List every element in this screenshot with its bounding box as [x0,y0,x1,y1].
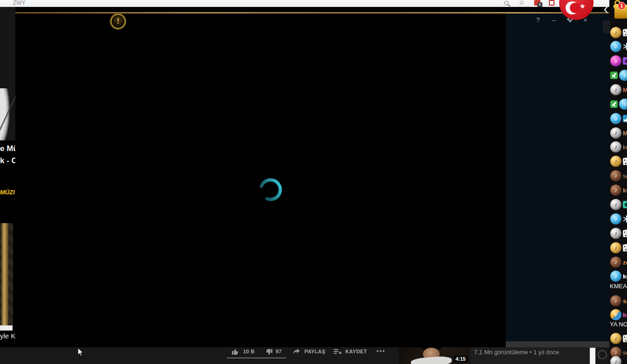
chat-username[interactable]: ku [623,187,627,194]
video-thumbnail-fragment-2 [0,223,13,325]
scrollbar[interactable] [590,348,595,364]
chat-row: ♪ke [610,141,627,152]
chat-row: ♪Ma [610,127,627,139]
chat-username[interactable]: ke [623,273,627,280]
help-button[interactable]: ? [535,16,541,24]
snowflake-icon [623,43,627,50]
chevron-left-icon[interactable] [604,6,608,14]
notice-coin-icon[interactable]: ! [111,14,125,29]
chat-username[interactable]: se [623,172,627,179]
chat-avatar-silver: ♪ [610,356,621,364]
chat-avatar-brown: ♪ [610,295,621,306]
chat-row: ♪ku [610,185,627,196]
gift-badge-count: 1 [618,2,626,10]
chat-avatar-gold: ♪ [610,156,621,167]
chat-username[interactable]: Me [623,86,627,93]
youtube-bottom-strip: 10 B 97 PAYLAŞ KAYDET ••• 4:15 7,1 Mn gö… [0,347,609,364]
chat-avatar-blue: ♪ [610,113,621,124]
thumbnail-edge-fragment [0,325,13,331]
instrument-image-fragment [1,223,8,325]
chat-avatar-silver: ♪ [610,84,621,95]
extension-outline-icon[interactable] [549,0,554,6]
chat-avatar-pink: ♪ [610,55,621,66]
overlay-side-panel [506,13,609,347]
share-button[interactable]: PAYLAŞ [304,349,325,354]
snowflake-icon [623,215,627,223]
dislike-count[interactable]: 97 [276,349,282,354]
page-fragment-dark [0,7,15,88]
like-count[interactable]: 10 B [243,349,255,354]
chat-avatar-gold: ♪ [610,27,621,38]
like-icon[interactable] [231,348,239,355]
channel-badge-fragment: MÜZI [0,189,15,196]
chat-row: ♪ [610,99,627,110]
dislike-icon[interactable] [265,349,273,356]
loading-spinner [257,177,284,203]
extension-badge: 6 [537,2,542,7]
chat-row: ♪ [610,199,627,210]
chat-row: ♪zey [610,257,627,268]
chat-row: ♪be [610,309,627,320]
chat-row: ♪ [610,113,627,124]
purple-gem-icon [623,57,627,65]
chat-avatar-blue: ♪ [619,99,627,110]
chat-message: KMEAL [610,283,627,290]
save-button[interactable]: KAYDET [345,349,367,354]
gift-icon[interactable]: 1 [614,0,627,20]
chat-avatar-brown: ♪ [610,185,621,196]
chat-username[interactable]: zey [623,259,627,266]
share-icon[interactable] [293,348,301,355]
chat-avatar-blue: ♪ [610,41,621,52]
bookmark-star-icon[interactable]: ☆ [519,0,525,6]
mouse-cursor [77,348,83,357]
chat-avatar-gold: ♪ [610,242,621,253]
chat-avatar-brown: ♪ [610,170,621,181]
chat-avatar-silver: ♪ [610,127,621,139]
overlay-panel-bottom-bar [506,341,609,347]
chat-username[interactable]: se [623,349,627,356]
chat-username[interactable]: be [623,311,627,318]
chat-row: ♪ [610,27,627,38]
video-thumbnail-fragment [0,88,15,140]
chat-avatar-orange-blue: ♪ [610,309,621,320]
save-playlist-icon[interactable] [334,349,342,355]
search-icon[interactable] [504,1,508,5]
chat-row: ♪ [610,70,627,81]
browser-tab-title: ZWY [13,0,26,6]
chat-message: YA NO [610,321,627,328]
view-count-text: 7,1 Mn görüntüleme • 1 yıl önce [474,349,559,356]
game-overlay-window: ! ? – × [15,12,609,347]
chat-row: ♪ke [610,271,627,282]
dice-icon [623,157,627,165]
partial-avatar [598,350,607,359]
collapse-box [603,20,610,33]
chat-username[interactable]: Ma [623,130,627,137]
green-sword-icon [610,72,618,79]
chat-avatar-silver: ♪ [610,228,621,239]
chat-avatar-brown: ♪ [610,257,621,268]
chat-username[interactable]: ke [623,144,627,151]
dice-icon [623,334,627,343]
suggested-video-meta: 7,1 Mn görüntüleme • 1 yıl önce [470,347,590,364]
chat-avatar-silver: ♪ [610,141,621,152]
chat-row: ♪ [610,55,627,66]
browser-toolbar: ZWY ☆ 6 [0,0,609,7]
suggested-video-thumbnail[interactable]: 4:15 [399,347,469,364]
more-actions-button[interactable]: ••• [376,347,386,354]
minimize-button[interactable]: – [551,16,557,24]
chat-row: ♪ [610,41,627,52]
chat-row: ♪ [610,356,621,364]
teal-pentagon-icon [623,201,627,208]
chat-row: ♪ [610,213,627,225]
like-ratio-bar [227,357,286,358]
live-chat-sidebar: ♪♪♪♪♪Me♪♪♪Ma♪ke♪♪se♪ku♪♪♪♪♪zey♪keKMEAL♪s… [609,0,627,364]
chat-row: ♪ [610,333,627,344]
video-title-fragment: e Mü k - C [0,140,15,177]
dice-icon [623,244,627,252]
chat-avatar-blue: ♪ [619,70,627,81]
chat-username[interactable]: sa [623,298,627,304]
chat-avatar-blue: ♪ [610,213,621,225]
chat-row: ♪Me [610,84,627,95]
chat-row: ♪ [610,242,627,253]
dice-icon [623,229,627,238]
